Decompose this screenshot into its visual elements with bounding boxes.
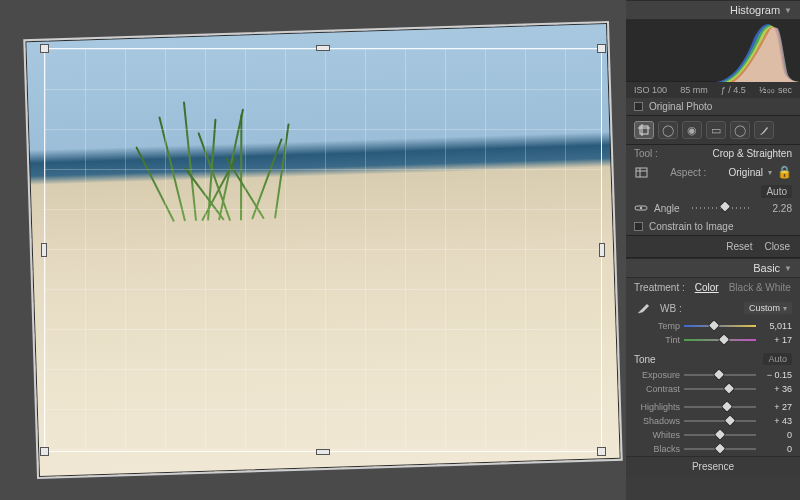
original-photo-row[interactable]: Original Photo [626,98,800,115]
disclosure-triangle-icon: ▼ [784,6,792,15]
svg-rect-3 [636,168,647,177]
crop-buttons: Reset Close [626,235,800,258]
image-canvas[interactable] [0,0,626,500]
contrast-slider[interactable] [684,383,756,395]
highlights-value: + 27 [760,402,792,412]
angle-auto-button[interactable]: Auto [761,185,792,198]
highlights-row: Highlights + 27 [626,400,800,414]
whites-thumb[interactable] [714,428,727,441]
tone-auto-button[interactable]: Auto [763,353,792,365]
treatment-row: Treatment : Color Black & White [626,278,800,297]
wb-label: WB : [660,303,682,314]
photo-frame [23,21,623,479]
original-photo-checkbox[interactable] [634,102,643,111]
exposure-value: − 0.15 [760,370,792,380]
shadows-slider[interactable] [684,415,756,427]
aspect-menu-icon[interactable]: ▾ [768,168,772,177]
exposure-label: Exposure [634,370,680,380]
wb-value: Custom [749,303,780,313]
angle-value: 2.28 [764,203,792,214]
whites-label: Whites [634,430,680,440]
contrast-thumb[interactable] [722,382,735,395]
tool-strip: ◯ ◉ ▭ ◯ [626,115,800,145]
redeye-tool-button[interactable]: ◉ [682,121,702,139]
aspect-icon[interactable] [634,165,648,179]
blacks-label: Blacks [634,444,680,454]
radial-tool-button[interactable]: ◯ [730,121,750,139]
contrast-label: Contrast [634,384,680,394]
tint-slider[interactable] [684,334,756,346]
reset-button[interactable]: Reset [726,241,752,252]
tool-value: Crop & Straighten [713,148,793,159]
basic-header[interactable]: Basic ▼ [626,258,800,278]
treatment-bw-option[interactable]: Black & White [729,282,791,293]
shadows-value: + 43 [760,416,792,426]
develop-panel: Histogram ▼ ISO 100 85 mm ƒ / 4.5 ¹⁄₂₀₀ … [626,0,800,500]
exposure-row: Exposure − 0.15 [626,368,800,382]
exif-iso: ISO 100 [634,85,667,95]
aspect-row: Aspect : Original ▾ 🔒 [626,162,800,182]
shadows-row: Shadows + 43 [626,414,800,428]
aspect-lock-icon[interactable]: 🔒 [777,165,792,179]
exif-shutter: ¹⁄₂₀₀ sec [759,85,792,95]
highlights-slider[interactable] [684,401,756,413]
disclosure-triangle-icon: ▼ [784,264,792,273]
histogram-title: Histogram [730,4,780,16]
highlights-thumb[interactable] [721,400,734,413]
wb-menu-icon: ▾ [783,304,787,313]
tint-thumb[interactable] [717,333,730,346]
temp-thumb[interactable] [708,319,721,332]
tint-row: Tint + 17 [626,333,800,347]
shadows-label: Shadows [634,416,680,426]
shadows-thumb[interactable] [724,414,737,427]
tone-label: Tone [634,354,656,365]
constrain-row[interactable]: Constrain to Image [626,218,800,235]
presence-label: Presence [692,461,734,472]
whites-slider[interactable] [684,429,756,441]
spot-tool-button[interactable]: ◯ [658,121,678,139]
angle-slider-thumb[interactable] [719,200,732,213]
photo-content-grass [155,98,299,222]
exif-aperture: ƒ / 4.5 [721,85,746,95]
aspect-label: Aspect : [670,167,706,178]
exif-strip: ISO 100 85 mm ƒ / 4.5 ¹⁄₂₀₀ sec [626,82,800,98]
temp-row: Temp 5,011 [626,319,800,333]
whites-row: Whites 0 [626,428,800,442]
svg-point-7 [640,207,642,209]
svg-rect-0 [640,126,648,134]
exif-focal: 85 mm [680,85,708,95]
tint-value: + 17 [760,335,792,345]
exposure-thumb[interactable] [713,368,726,381]
gradient-tool-button[interactable]: ▭ [706,121,726,139]
blacks-row: Blacks 0 [626,442,800,456]
level-icon[interactable] [634,201,648,215]
photo-preview [23,21,623,479]
presence-subheader: Presence [626,456,800,476]
blacks-value: 0 [760,444,792,454]
blacks-slider[interactable] [684,443,756,455]
crop-tool-button[interactable] [634,121,654,139]
basic-title: Basic [753,262,780,274]
wb-select[interactable]: Custom ▾ [744,302,792,314]
angle-slider[interactable] [692,201,752,215]
constrain-label: Constrain to Image [649,221,734,232]
histogram-display[interactable] [626,20,800,82]
close-button[interactable]: Close [764,241,790,252]
whites-value: 0 [760,430,792,440]
wb-dropper-icon[interactable] [634,300,654,316]
temp-value: 5,011 [760,321,792,331]
tool-name-row: Tool : Crop & Straighten [626,145,800,162]
wb-row: WB : Custom ▾ [626,297,800,319]
brush-tool-button[interactable] [754,121,774,139]
blacks-thumb[interactable] [714,442,727,455]
angle-label: Angle [654,203,680,214]
constrain-checkbox[interactable] [634,222,643,231]
original-photo-label: Original Photo [649,101,712,112]
exposure-slider[interactable] [684,369,756,381]
histogram-header[interactable]: Histogram ▼ [626,0,800,20]
treatment-color-option[interactable]: Color [695,282,719,293]
tool-label: Tool : [634,148,658,159]
aspect-value[interactable]: Original [729,167,763,178]
contrast-row: Contrast + 36 [626,382,800,396]
temp-slider[interactable] [684,320,756,332]
